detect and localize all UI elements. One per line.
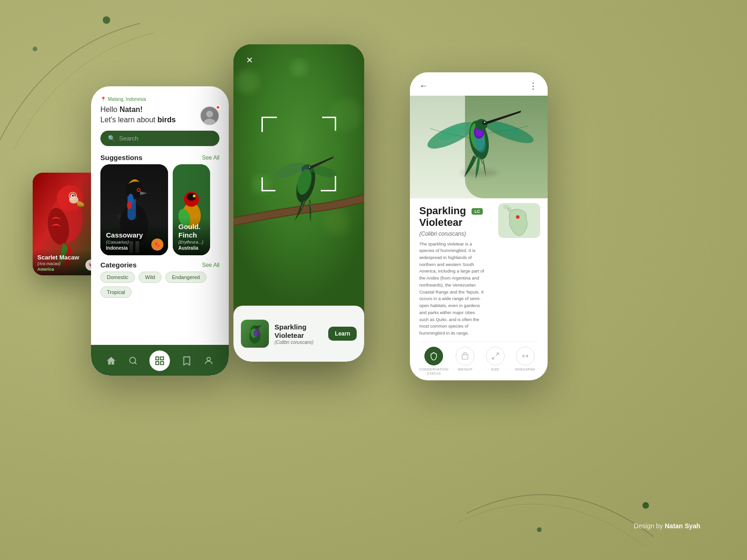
conservation-icon-circle bbox=[424, 347, 443, 365]
bottom-nav bbox=[91, 345, 229, 376]
search-placeholder: Search bbox=[119, 135, 138, 142]
designer-name: Natan Syah bbox=[665, 522, 700, 530]
svg-point-28 bbox=[130, 357, 136, 364]
bird-card-finch[interactable]: Gould. Finch (Erythrura...) Australia bbox=[173, 164, 210, 255]
svg-point-38 bbox=[323, 209, 349, 235]
wingspan-label: WINGSPAN bbox=[515, 367, 536, 371]
bird-id-scientific: (Colibri coruscans) bbox=[275, 340, 323, 345]
detail-content: Sparkling LC Violetear bbox=[410, 198, 548, 380]
search-bar[interactable]: 🔍 Search bbox=[100, 131, 219, 146]
detail-bird-name: Sparkling LC Violetear bbox=[419, 205, 483, 229]
conservation-label: CONSERVATIONSTATUS bbox=[419, 367, 448, 376]
nav-scan[interactable] bbox=[149, 350, 170, 371]
svg-point-5 bbox=[73, 195, 74, 196]
phone-detail: ← ⋮ bbox=[410, 72, 548, 380]
category-tags: Domestic Wild Endangered Tropical bbox=[91, 272, 229, 298]
svg-point-10 bbox=[206, 111, 213, 117]
nav-home[interactable] bbox=[106, 356, 116, 366]
svg-point-33 bbox=[207, 357, 210, 361]
svg-point-39 bbox=[290, 59, 307, 76]
detail-map bbox=[498, 203, 540, 238]
category-endangered[interactable]: Endangered bbox=[165, 272, 206, 283]
bird-id-name: Sparkling Violetear bbox=[275, 323, 323, 340]
categories-header: Categories See All bbox=[91, 255, 229, 272]
suggestions-header: Suggestions See All bbox=[91, 150, 229, 164]
finch-location: Australia bbox=[178, 245, 204, 251]
svg-point-61 bbox=[475, 119, 487, 130]
svg-point-8 bbox=[69, 196, 78, 203]
nav-search[interactable] bbox=[128, 356, 138, 366]
scan-frame bbox=[261, 117, 336, 191]
status-bar bbox=[91, 86, 229, 92]
category-domestic[interactable]: Domestic bbox=[100, 272, 135, 283]
suggestions-title: Suggestions bbox=[100, 154, 142, 161]
bird-id-card: Sparkling Violetear (Colibri coruscans) … bbox=[233, 306, 364, 362]
svg-rect-29 bbox=[156, 357, 159, 360]
detail-name-line2: Violetear bbox=[419, 217, 483, 228]
svg-point-17 bbox=[138, 189, 140, 191]
bird-id-thumbnail bbox=[241, 320, 269, 348]
content-area: 📍 Malang, Indonesia Hello Natan! Let's l… bbox=[91, 92, 229, 345]
suggestions-see-all[interactable]: See All bbox=[202, 154, 219, 161]
decoration-circle-3 bbox=[642, 502, 649, 509]
finch-scientific: (Erythrura...) bbox=[178, 239, 204, 245]
main-header: 📍 Malang, Indonesia Hello Natan! Let's l… bbox=[91, 92, 229, 127]
detail-name-line1: Sparkling LC bbox=[419, 205, 483, 217]
detail-hero bbox=[410, 96, 548, 198]
lc-badge: LC bbox=[472, 208, 483, 215]
learn-button[interactable]: Learn bbox=[328, 327, 357, 341]
size-icon-circle bbox=[486, 347, 505, 365]
stat-wingspan[interactable]: WINGSPAN bbox=[512, 347, 538, 376]
svg-point-68 bbox=[460, 169, 498, 176]
conservation-section: LEAST CONCERN bbox=[419, 376, 538, 380]
svg-point-26 bbox=[193, 195, 196, 197]
svg-point-53 bbox=[254, 329, 259, 337]
detail-stats: CONSERVATIONSTATUS WEIGHT SIZE bbox=[419, 342, 538, 376]
stat-weight[interactable]: WEIGHT bbox=[452, 347, 478, 376]
bird-name-label: Scarlet Macaw bbox=[37, 254, 96, 261]
bird-card-cassowary[interactable]: Cassowary (Casuarius) Indonesia 🔖 bbox=[100, 164, 168, 255]
bird-id-info: Sparkling Violetear (Colibri coruscans) bbox=[275, 323, 323, 345]
finch-info: Gould. Finch (Erythrura...) Australia bbox=[173, 218, 210, 255]
location-text: Malang, Indonesia bbox=[108, 97, 146, 102]
close-button[interactable]: ✕ bbox=[242, 53, 257, 68]
scan-corner-tr bbox=[322, 117, 336, 131]
category-wild[interactable]: Wild bbox=[139, 272, 162, 283]
scan-corner-bl bbox=[261, 177, 275, 191]
decoration-circle-1 bbox=[103, 16, 110, 24]
size-label: SIZE bbox=[491, 367, 500, 371]
svg-rect-32 bbox=[161, 362, 163, 364]
weight-label: WEIGHT bbox=[458, 367, 473, 371]
svg-rect-30 bbox=[161, 357, 163, 360]
categories-title: Categories bbox=[100, 261, 137, 269]
phone-main: 📍 Malang, Indonesia Hello Natan! Let's l… bbox=[91, 86, 229, 376]
notification-dot bbox=[216, 105, 220, 110]
svg-point-63 bbox=[484, 122, 485, 123]
categories-see-all[interactable]: See All bbox=[202, 262, 219, 268]
location-row: 📍 Malang, Indonesia bbox=[100, 97, 219, 102]
design-credit-text: Design by bbox=[634, 522, 663, 530]
stat-conservation[interactable]: CONSERVATIONSTATUS bbox=[419, 347, 448, 376]
bird-card-background: Scarlet Macaw (Ara macao) America 🔖 bbox=[33, 173, 100, 275]
svg-point-19 bbox=[127, 202, 132, 209]
nav-bookmark[interactable] bbox=[182, 356, 192, 366]
design-credit: Design by Natan Syah bbox=[634, 522, 700, 530]
stat-size[interactable]: SIZE bbox=[482, 347, 508, 376]
detail-bird-image bbox=[410, 86, 548, 189]
greeting-name: Natan! bbox=[120, 105, 143, 113]
phone-camera: ✕ Sparkling Violetear (Colibri coruscans… bbox=[233, 44, 364, 362]
bird-cards-row: Cassowary (Casuarius) Indonesia 🔖 bbox=[91, 164, 229, 255]
cassowary-name: Cassowary bbox=[106, 231, 162, 239]
nav-profile[interactable] bbox=[204, 356, 214, 366]
wingspan-icon-circle bbox=[516, 347, 535, 365]
svg-point-35 bbox=[236, 70, 259, 93]
svg-rect-31 bbox=[156, 362, 159, 364]
decoration-circle-2 bbox=[33, 47, 37, 51]
decoration-circle-4 bbox=[537, 527, 542, 532]
weight-icon-circle bbox=[456, 347, 474, 365]
category-tropical[interactable]: Tropical bbox=[100, 287, 132, 298]
close-icon: ✕ bbox=[246, 55, 253, 65]
location-pin-icon: 📍 bbox=[100, 97, 106, 102]
greeting-subject: birds bbox=[157, 116, 176, 124]
finch-name: Gould. Finch bbox=[178, 223, 204, 239]
